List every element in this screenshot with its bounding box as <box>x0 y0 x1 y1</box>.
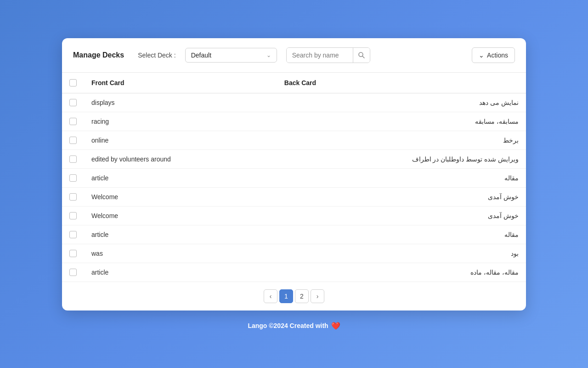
footer-text: Lango ©2024 Created with <box>248 322 328 329</box>
back-card-cell: ویرایش شده توسط داوطلبان در اطراف <box>277 150 526 168</box>
front-card-cell: Welcome <box>84 187 277 206</box>
card-header: Manage Decks Select Deck : Default ⌄ ⌄ A… <box>62 38 526 73</box>
table-row: Welcomeخوش آمدی <box>62 187 526 206</box>
next-page-button[interactable]: › <box>311 289 324 303</box>
table-body: displaysنمایش می دهدracingمسابقه، مسابقه… <box>62 93 526 282</box>
table-header-row: Front Card Back Card <box>62 73 526 93</box>
row-checkbox-cell <box>62 150 84 168</box>
back-card-cell: مقاله <box>277 225 526 244</box>
back-card-cell: مقاله، مقاله، ماده <box>277 263 526 282</box>
table-row: articleمقاله، مقاله، ماده <box>62 263 526 282</box>
front-card-cell: edited by volunteers around <box>84 150 277 168</box>
search-button[interactable] <box>353 48 370 63</box>
back-card-cell: خوش آمدی <box>277 206 526 225</box>
svg-line-1 <box>362 56 364 58</box>
row-checkbox-cell <box>62 244 84 263</box>
row-checkbox-cell <box>62 168 84 187</box>
front-card-cell: displays <box>84 93 277 112</box>
row-checkbox-6[interactable] <box>69 212 77 219</box>
table-row: edited by volunteers aroundویرایش شده تو… <box>62 150 526 168</box>
row-checkbox-cell <box>62 263 84 282</box>
row-checkbox-cell <box>62 131 84 150</box>
row-checkbox-cell <box>62 225 84 244</box>
chevron-down-icon: ⌄ <box>266 52 271 58</box>
search-icon <box>358 52 365 59</box>
back-card-cell: مسابقه، مسابقه <box>277 112 526 131</box>
back-card-cell: بود <box>277 244 526 263</box>
row-checkbox-9[interactable] <box>69 269 77 276</box>
cards-table: Front Card Back Card displaysنمایش می ده… <box>62 73 526 282</box>
chevron-down-icon: ⌄ <box>479 52 484 59</box>
select-all-checkbox[interactable] <box>69 79 77 86</box>
table-row: onlineبرخط <box>62 131 526 150</box>
page-1-button[interactable]: 1 <box>279 289 293 303</box>
table-row: wasبود <box>62 244 526 263</box>
table-row: articleمقاله <box>62 225 526 244</box>
deck-select[interactable]: Default ⌄ <box>185 48 277 63</box>
pagination: ‹ 1 2 › <box>62 282 526 310</box>
main-card: Manage Decks Select Deck : Default ⌄ ⌄ A… <box>62 38 526 310</box>
search-container <box>286 47 370 63</box>
table-wrapper: Front Card Back Card displaysنمایش می ده… <box>62 73 526 282</box>
front-card-cell: was <box>84 244 277 263</box>
row-checkbox-4[interactable] <box>69 174 77 182</box>
page-2-button[interactable]: 2 <box>295 289 309 303</box>
back-card-cell: مقاله <box>277 168 526 187</box>
back-card-cell: خوش آمدی <box>277 187 526 206</box>
header-checkbox-cell <box>62 73 84 93</box>
row-checkbox-cell <box>62 93 84 112</box>
back-card-cell: نمایش می دهد <box>277 93 526 112</box>
row-checkbox-cell <box>62 187 84 206</box>
table-row: Welcomeخوش آمدی <box>62 206 526 225</box>
row-checkbox-cell <box>62 112 84 131</box>
row-checkbox-7[interactable] <box>69 231 77 238</box>
row-checkbox-0[interactable] <box>69 99 77 106</box>
page-title: Manage Decks <box>73 51 124 59</box>
front-card-cell: article <box>84 225 277 244</box>
row-checkbox-2[interactable] <box>69 137 77 144</box>
front-card-cell: Welcome <box>84 206 277 225</box>
front-card-cell: article <box>84 168 277 187</box>
actions-label: Actions <box>487 52 508 59</box>
row-checkbox-cell <box>62 206 84 225</box>
front-card-cell: online <box>84 131 277 150</box>
front-card-cell: racing <box>84 112 277 131</box>
front-card-cell: article <box>84 263 277 282</box>
front-card-header: Front Card <box>84 73 277 93</box>
back-card-header: Back Card <box>277 73 526 93</box>
actions-button[interactable]: ⌄ Actions <box>472 47 515 63</box>
table-row: articleمقاله <box>62 168 526 187</box>
row-checkbox-5[interactable] <box>69 193 77 201</box>
back-card-cell: برخط <box>277 131 526 150</box>
row-checkbox-3[interactable] <box>69 155 77 163</box>
footer: Lango ©2024 Created with ❤️ <box>248 322 340 330</box>
table-row: racingمسابقه، مسابقه <box>62 112 526 131</box>
prev-page-button[interactable]: ‹ <box>264 289 277 303</box>
table-row: displaysنمایش می دهد <box>62 93 526 112</box>
select-deck-label: Select Deck : <box>138 52 175 59</box>
row-checkbox-1[interactable] <box>69 118 77 125</box>
deck-select-value: Default <box>191 52 211 59</box>
row-checkbox-8[interactable] <box>69 250 77 257</box>
heart-icon: ❤️ <box>331 322 340 330</box>
search-input[interactable] <box>287 48 353 63</box>
